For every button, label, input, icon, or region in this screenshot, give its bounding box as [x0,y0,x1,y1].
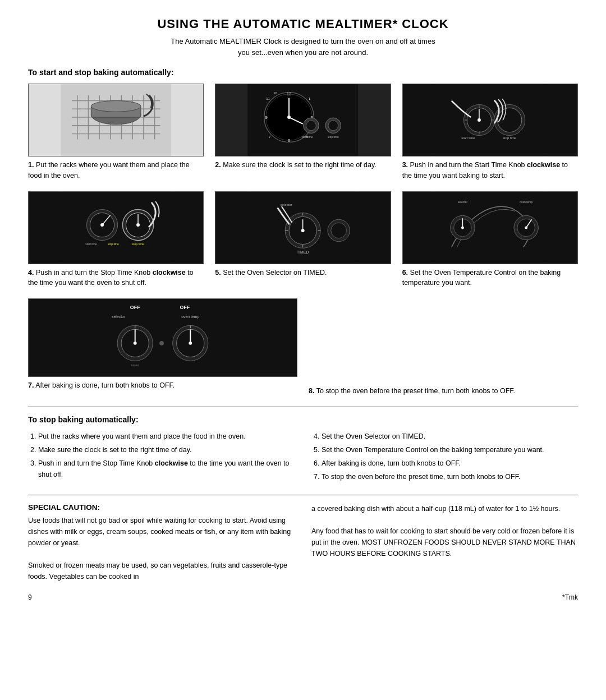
svg-point-35 [328,121,338,131]
svg-text:7: 7 [269,135,270,139]
page-title: USING THE AUTOMATIC MEALTIMER* CLOCK [28,17,578,31]
step-6-text: 6. Set the Oven Temperature Control on t… [402,268,578,289]
svg-point-33 [306,121,316,131]
step-2-text: 2. Make sure the clock is set to the rig… [215,160,391,171]
step-4-image: start time stop time stop time [28,191,204,264]
svg-text:stop time: stop time [132,242,144,245]
svg-text:1: 1 [309,97,310,100]
stop-only-left-col: Put the racks where you want them and pl… [28,431,295,485]
svg-text:TIMED: TIMED [297,250,309,254]
svg-point-55 [100,223,104,227]
step-3-text: 3. Push in and turn the Start Time Knob … [402,160,578,181]
svg-point-102 [189,342,192,345]
svg-text:selector: selector [458,200,468,203]
step-4-text: 4. Push in and turn the Stop Time Knob c… [28,268,204,289]
page-footer: 9 *Tmk [28,593,578,601]
svg-text:oven temp: oven temp [181,315,199,320]
section-divider-2 [28,495,578,495]
svg-text:selector: selector [112,315,126,319]
stop-step-7: To stop the oven before the preset time,… [322,471,578,482]
stop-step-1: Put the racks where you want them and pl… [38,431,295,442]
svg-text:9: 9 [265,115,268,120]
section-divider-1 [28,407,578,407]
svg-text:timed: timed [131,363,139,367]
step-7-image: OFF OFF selector timed oven temp [28,298,297,377]
step-8: 8. To stop the oven before the preset ti… [309,298,578,397]
steps-7-8-grid: OFF OFF selector timed oven temp [28,298,578,397]
svg-rect-87 [74,299,251,376]
svg-text:oven temp: oven temp [520,200,532,203]
caution-right-text: a covered baking dish with about a half-… [311,503,578,559]
svg-text:stop time: stop time [108,242,119,245]
stop-step-6: After baking is done, turn both knobs to… [322,458,578,469]
step-8-text: 8. To stop the oven before the preset ti… [309,386,578,397]
stop-step-2: Make sure the clock is set to the right … [38,444,295,455]
svg-text:start time: start time [461,136,475,140]
step-1-image [28,84,204,156]
step-7: OFF OFF selector timed oven temp [28,298,297,397]
steps-4-6-grid: start time stop time stop time 4. Push i… [28,191,578,289]
svg-point-31 [287,116,291,119]
step-2: 12 3 6 9 1 5 7 11 10 start time [215,84,391,181]
stop-step-3: Push in and turn the Stop Time Knob cloc… [38,458,295,480]
step-3: start time stop time 3. Push in and t [402,84,578,181]
caution-right: a covered baking dish with about a half-… [311,503,578,582]
svg-point-72 [301,228,305,232]
step-1: 1. Put the racks where you want them and… [28,84,204,181]
svg-text:12: 12 [287,91,292,96]
step-2-image: 12 3 6 9 1 5 7 11 10 start time [215,84,391,156]
step-5-text: 5. Set the Oven Selector on TIMED. [215,268,391,278]
svg-text:11: 11 [267,97,270,100]
svg-point-75 [331,223,347,238]
step-5-image: selector TIMED [215,191,391,264]
stop-only-right-col: Set the Oven Selector on TIMED. Set the … [311,431,578,485]
svg-point-86 [461,226,464,229]
svg-text:stop time: stop time [503,136,517,140]
steps-1-6-grid: 1. Put the racks where you want them and… [28,84,578,181]
step-6: oven temp selector 6. Set the Oven Tempe… [402,191,578,289]
page-number: 9 [28,593,32,601]
svg-text:selector: selector [281,202,292,206]
svg-text:6: 6 [288,138,291,143]
svg-text:10: 10 [273,91,277,95]
svg-point-50 [478,118,481,122]
step-5: selector TIMED 5 [215,191,391,289]
trademark: *Tmk [562,593,578,601]
svg-text:start time: start time [302,136,313,139]
stop-step-5: Set the Oven Temperature Control on the … [322,444,578,455]
caution-left: SPECIAL CAUTION: Use foods that will not… [28,503,295,582]
svg-text:OFF: OFF [130,305,140,310]
stop-step-4: Set the Oven Selector on TIMED. [322,431,578,442]
step-4: start time stop time stop time 4. Push i… [28,191,204,289]
step-3-image: start time stop time [402,84,578,156]
svg-point-94 [134,342,137,345]
caution-left-text: Use foods that will not go bad or spoil … [28,515,295,582]
start-stop-section-title: To start and stop baking automatically: [28,68,578,77]
svg-point-97 [159,341,164,346]
step-7-text: 7. After baking is done, turn both knobs… [28,380,297,391]
subtitle-line1: The Automatic MEALTIMER Clock is designe… [171,37,435,45]
svg-text:stop time: stop time [328,136,339,139]
svg-text:start time: start time [85,242,97,245]
subtitle: To start and stop baking automatically: … [28,36,578,58]
caution-title: SPECIAL CAUTION: [28,503,295,512]
svg-point-81 [525,226,527,229]
step-1-text: 1. Put the racks where you want them and… [28,160,204,181]
svg-point-61 [136,223,140,227]
stop-only-section-title: To stop baking automatically: [28,415,578,424]
svg-point-16 [91,101,141,112]
subtitle-line2: you set...even when you are not around. [238,48,368,57]
svg-text:OFF: OFF [180,305,190,310]
svg-point-43 [497,108,521,132]
stop-only-list: Put the racks where you want them and pl… [28,431,578,485]
step-6-image: oven temp selector [402,191,578,264]
special-caution-section: SPECIAL CAUTION: Use foods that will not… [28,503,578,582]
